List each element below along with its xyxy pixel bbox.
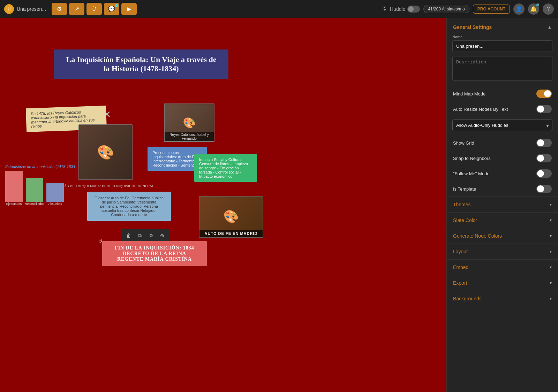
auto-resize-row: Auto Resize Nodes By Text — [447, 101, 558, 117]
reyes-caption: Reyes Católicos: Isabel y Fernando — [165, 132, 214, 141]
social-text: Impacto Social y Cultural: - Censura de … — [194, 154, 257, 182]
themes-chevron: ▾ — [550, 202, 552, 207]
themes-title: Themes — [453, 202, 471, 207]
social-node[interactable]: Impacto Social y Cultural: - Censura de … — [194, 154, 257, 182]
mind-map-label: Mind Map Mode — [453, 91, 485, 97]
backgrounds-title: Backgrounds — [453, 296, 482, 301]
huddle-toggle[interactable] — [407, 6, 420, 13]
embed-header[interactable]: Embed ▾ — [447, 260, 558, 275]
final-node[interactable]: Fin de la Inquisición: 1834 Decreto de l… — [102, 241, 207, 266]
final-text: Fin de la Inquisición: 1834 Decreto de l… — [102, 241, 207, 266]
title-text: La Inquisición Española: Un Viaje a trav… — [54, 49, 228, 79]
description-field-group — [447, 56, 558, 86]
chart-bars: Ejecutados Reconciliados Absueltos — [5, 171, 76, 206]
floating-toolbar: 🗑 ⧉ ⚙ ⊕ — [121, 229, 170, 242]
document-title: Una presen... — [17, 6, 46, 12]
name-field-group: Name — [447, 35, 558, 56]
is-template-label: Is Template — [453, 186, 476, 192]
torquemada-node[interactable]: 🎨 Tomás de Torquemada: Primer Inquisidor… — [78, 124, 133, 180]
slate-color-header[interactable]: Slate Color ▾ — [447, 213, 558, 228]
canvas-area[interactable]: La Inquisición Española: Un Viaje a trav… — [0, 18, 446, 392]
toolbar-duplicate[interactable]: ⧉ — [135, 231, 145, 240]
snap-label: Snap to Neighbors — [453, 156, 491, 161]
toolbar-add[interactable]: ⊕ — [157, 231, 167, 240]
huddle-dropdown-value: Allow Audio-Only Huddles — [456, 123, 508, 128]
auto-resize-label: Auto Resize Nodes By Text — [453, 107, 508, 112]
name-input[interactable] — [452, 40, 552, 52]
settings-button[interactable]: ⚙ — [52, 3, 67, 15]
huddle-select-row: Allow Audio-Only Huddles — [447, 117, 558, 135]
mind-map-toggle[interactable] — [536, 90, 552, 98]
show-grid-toggle[interactable] — [536, 139, 552, 147]
export-header[interactable]: Export ▾ — [447, 275, 558, 291]
general-settings-header[interactable]: General Settings ▲ — [447, 18, 558, 35]
description-textarea[interactable] — [452, 56, 552, 80]
pro-button[interactable]: PRO ACOUNT — [473, 5, 510, 14]
chat-button[interactable]: 💬 — [104, 3, 119, 15]
export-chevron: ▾ — [550, 280, 552, 285]
glossary-node[interactable]: Glosario: Auto de Fe: Ceremonia pública … — [87, 192, 171, 221]
huddle-dropdown[interactable]: Allow Audio-Only Huddles — [452, 120, 552, 131]
connector-end: ╲ — [181, 251, 184, 258]
sidebar: General Settings ▲ Name Mind Map Mode Au… — [446, 18, 558, 392]
main-layout: La Inquisición Española: Un Viaje a trav… — [0, 18, 558, 392]
is-template-toggle[interactable] — [536, 185, 552, 193]
follow-me-row: "Follow Me" Mode — [447, 166, 558, 181]
auto-resize-toggle[interactable] — [536, 105, 552, 113]
huddle-label: Huddle — [390, 6, 405, 12]
slate-color-section: Slate Color ▾ — [447, 212, 558, 228]
huddle-select-wrapper: Allow Audio-Only Huddles — [452, 120, 552, 131]
show-grid-row: Show Grid — [447, 135, 558, 151]
general-settings-title: General Settings — [453, 24, 492, 30]
reyes-node[interactable]: 🎨 Reyes Católicos: Isabel y Fernando — [164, 103, 214, 142]
mind-map-row: Mind Map Mode — [447, 86, 558, 101]
layout-header[interactable]: Layout ▾ — [447, 244, 558, 259]
embed-chevron: ▾ — [550, 265, 552, 270]
notification-dot — [536, 3, 539, 6]
chart-node[interactable]: Estadísticas de la Inquisición (1478-183… — [5, 164, 76, 206]
layout-chevron: ▾ — [550, 249, 552, 254]
backgrounds-section: Backgrounds ▾ — [447, 291, 558, 306]
is-template-row: Is Template — [447, 181, 558, 197]
topbar: U Una presen... ⚙ ↗ ⏱ 💬 ▶ 🎙 Huddle 41/20… — [0, 0, 558, 18]
slate-color-chevron: ▾ — [550, 218, 552, 223]
backgrounds-chevron: ▾ — [550, 296, 552, 301]
topbar-center-buttons: ⚙ ↗ ⏱ 💬 ▶ — [52, 3, 137, 15]
topbar-right: 🎙 Huddle 41/200 AI slates/mo PRO ACOUNT … — [382, 3, 554, 15]
export-section: Export ▾ — [447, 275, 558, 291]
glossary-text: Glosario: Auto de Fe: Ceremonia pública … — [87, 192, 171, 221]
history-button[interactable]: ⏱ — [86, 3, 102, 15]
snap-row: Snap to Neighbors — [447, 151, 558, 166]
snap-toggle[interactable] — [536, 154, 552, 162]
generate-node-colors-title: Generate Node Colors — [453, 233, 502, 239]
present-button[interactable]: ▶ — [121, 3, 137, 15]
huddle-area: 🎙 Huddle — [382, 6, 420, 13]
app-logo: U — [4, 4, 14, 14]
chart-title: Estadísticas de la Inquisición (1478-183… — [5, 164, 76, 169]
follow-me-label: "Follow Me" Mode — [453, 171, 490, 176]
title-node[interactable]: La Inquisición Española: Un Viaje a trav… — [54, 49, 228, 79]
themes-section: Themes ▾ — [447, 197, 558, 212]
themes-header[interactable]: Themes ▾ — [447, 197, 558, 212]
share-button[interactable]: ↗ — [69, 3, 84, 15]
auto-fe-node[interactable]: 🎨 Auto de Fe en Madrid — [199, 196, 263, 238]
generate-node-colors-header[interactable]: Generate Node Colors ▾ — [447, 228, 558, 244]
general-settings-chevron: ▲ — [548, 25, 552, 30]
slate-color-title: Slate Color — [453, 217, 477, 223]
generate-node-colors-section: Generate Node Colors ▾ — [447, 228, 558, 244]
name-label: Name — [452, 35, 552, 39]
export-title: Export — [453, 280, 467, 286]
user-avatar[interactable]: 👤 — [513, 3, 525, 15]
layout-title: Layout — [453, 249, 468, 254]
backgrounds-header[interactable]: Backgrounds ▾ — [447, 291, 558, 306]
show-grid-label: Show Grid — [453, 140, 474, 146]
embed-section: Embed ▾ — [447, 259, 558, 275]
toolbar-settings2[interactable]: ⚙ — [146, 231, 156, 240]
help-button[interactable]: ? — [543, 3, 554, 15]
ai-usage-badge: 41/200 AI slates/mo — [423, 5, 469, 13]
notifications-button[interactable]: 🔔 — [528, 3, 539, 15]
mic-icon: 🎙 — [382, 6, 388, 12]
toolbar-delete[interactable]: 🗑 — [124, 231, 134, 240]
follow-me-toggle[interactable] — [536, 169, 552, 178]
embed-title: Embed — [453, 264, 468, 270]
